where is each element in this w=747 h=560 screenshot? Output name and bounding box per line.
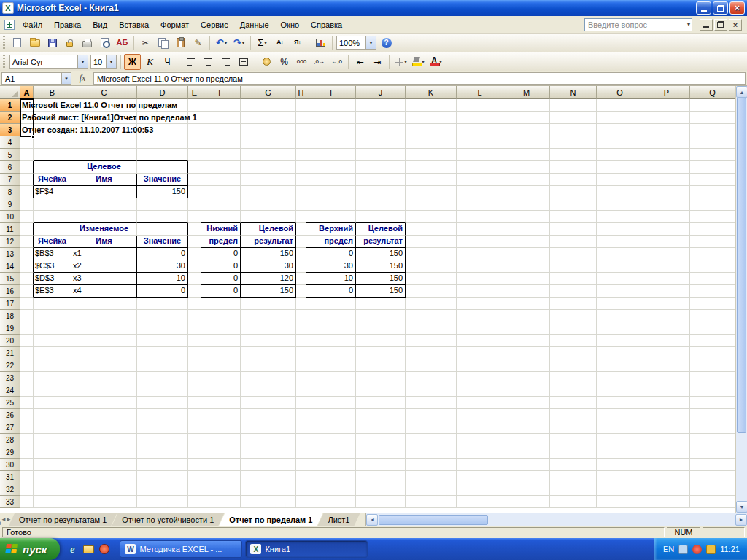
cell[interactable] bbox=[597, 149, 643, 161]
cell[interactable] bbox=[643, 471, 690, 483]
cell[interactable] bbox=[550, 359, 597, 372]
column-header-B[interactable]: B bbox=[34, 86, 71, 99]
cell[interactable] bbox=[643, 236, 690, 248]
cell[interactable] bbox=[550, 149, 597, 161]
print-preview-button[interactable] bbox=[96, 35, 113, 51]
cell[interactable] bbox=[457, 198, 503, 211]
cell[interactable] bbox=[201, 496, 241, 508]
cell[interactable] bbox=[34, 161, 71, 174]
cell[interactable] bbox=[503, 384, 550, 397]
cell[interactable] bbox=[503, 421, 550, 434]
cell[interactable] bbox=[20, 322, 34, 335]
cell[interactable] bbox=[457, 248, 503, 260]
cell[interactable] bbox=[550, 409, 597, 421]
folder-icon[interactable] bbox=[82, 542, 95, 556]
cell[interactable] bbox=[690, 236, 735, 248]
cell[interactable] bbox=[34, 471, 71, 483]
cell[interactable] bbox=[356, 421, 406, 434]
sort-descending-button[interactable]: Я↓ bbox=[289, 35, 306, 51]
cell[interactable] bbox=[188, 434, 201, 446]
cell[interactable]: 10 bbox=[306, 273, 356, 285]
cell[interactable] bbox=[20, 483, 34, 496]
cell[interactable] bbox=[356, 446, 406, 459]
row-header-2[interactable]: 2 bbox=[0, 112, 20, 124]
column-header-E[interactable]: E bbox=[188, 86, 201, 99]
workbook-minimize-button[interactable] bbox=[700, 19, 713, 31]
cell[interactable] bbox=[137, 149, 188, 161]
cell[interactable] bbox=[550, 459, 597, 471]
column-header-N[interactable]: N bbox=[550, 86, 597, 99]
cell[interactable] bbox=[241, 161, 296, 174]
cell[interactable] bbox=[406, 335, 457, 347]
cell[interactable] bbox=[406, 248, 457, 260]
cell[interactable] bbox=[20, 397, 34, 409]
cell[interactable] bbox=[296, 236, 306, 248]
cell[interactable] bbox=[201, 384, 241, 397]
cell[interactable] bbox=[188, 459, 201, 471]
row-header-1[interactable]: 1 bbox=[0, 99, 20, 112]
autosum-button[interactable]: Σ▾ bbox=[254, 35, 271, 51]
cell[interactable] bbox=[503, 483, 550, 496]
cell[interactable] bbox=[503, 124, 550, 136]
cell[interactable] bbox=[137, 471, 188, 483]
cell[interactable] bbox=[503, 471, 550, 483]
cell[interactable] bbox=[306, 298, 356, 310]
redo-button[interactable]: ↷▾ bbox=[231, 35, 247, 51]
cell[interactable] bbox=[406, 483, 457, 496]
sheet-tab-лист1[interactable]: Лист1 bbox=[317, 513, 360, 526]
cell[interactable] bbox=[241, 124, 296, 136]
taskbar-button-excel[interactable]: XКнига1 bbox=[245, 540, 368, 558]
cell[interactable] bbox=[406, 260, 457, 273]
cell[interactable]: 0 bbox=[306, 248, 356, 260]
cell[interactable] bbox=[137, 161, 188, 174]
cell[interactable] bbox=[597, 347, 643, 359]
format-painter-button[interactable]: ✎ bbox=[190, 35, 206, 51]
cell[interactable]: 150 bbox=[356, 285, 406, 298]
cell[interactable] bbox=[306, 421, 356, 434]
cell[interactable] bbox=[406, 298, 457, 310]
cell[interactable] bbox=[550, 198, 597, 211]
tab-scroll-button-2[interactable]: ► bbox=[6, 516, 11, 523]
cell[interactable] bbox=[188, 99, 201, 112]
cell[interactable] bbox=[550, 496, 597, 508]
cell[interactable] bbox=[643, 149, 690, 161]
cell[interactable] bbox=[137, 446, 188, 459]
cell[interactable] bbox=[406, 310, 457, 322]
cell[interactable] bbox=[597, 322, 643, 335]
column-header-L[interactable]: L bbox=[457, 86, 503, 99]
cell[interactable] bbox=[296, 459, 306, 471]
cell[interactable] bbox=[406, 198, 457, 211]
cell[interactable] bbox=[34, 335, 71, 347]
cell[interactable]: Значение bbox=[137, 174, 188, 186]
cell[interactable] bbox=[34, 409, 71, 421]
cell[interactable] bbox=[406, 409, 457, 421]
cell[interactable] bbox=[296, 322, 306, 335]
cell[interactable] bbox=[503, 434, 550, 446]
row-header-8[interactable]: 8 bbox=[0, 186, 20, 198]
cell[interactable] bbox=[71, 347, 137, 359]
cell[interactable] bbox=[597, 434, 643, 446]
cell[interactable] bbox=[20, 310, 34, 322]
cell[interactable] bbox=[643, 136, 690, 149]
menu-help[interactable]: Справка bbox=[305, 18, 348, 32]
cell[interactable] bbox=[597, 174, 643, 186]
cell[interactable] bbox=[643, 322, 690, 335]
cell[interactable] bbox=[550, 124, 597, 136]
cell[interactable] bbox=[241, 211, 296, 223]
cell[interactable] bbox=[550, 446, 597, 459]
cell[interactable] bbox=[20, 359, 34, 372]
cell[interactable] bbox=[406, 211, 457, 223]
tray-icon[interactable] bbox=[678, 545, 688, 554]
select-all-button[interactable] bbox=[0, 86, 20, 99]
cell[interactable] bbox=[188, 384, 201, 397]
cell[interactable] bbox=[188, 248, 201, 260]
cell[interactable] bbox=[406, 322, 457, 335]
cell[interactable] bbox=[34, 359, 71, 372]
cell[interactable] bbox=[690, 149, 735, 161]
row-header-20[interactable]: 20 bbox=[0, 335, 20, 347]
cell[interactable] bbox=[34, 372, 71, 384]
cell[interactable] bbox=[597, 99, 643, 112]
cell[interactable] bbox=[188, 223, 201, 236]
cell[interactable] bbox=[503, 335, 550, 347]
cell[interactable]: $F$4 bbox=[34, 186, 71, 198]
